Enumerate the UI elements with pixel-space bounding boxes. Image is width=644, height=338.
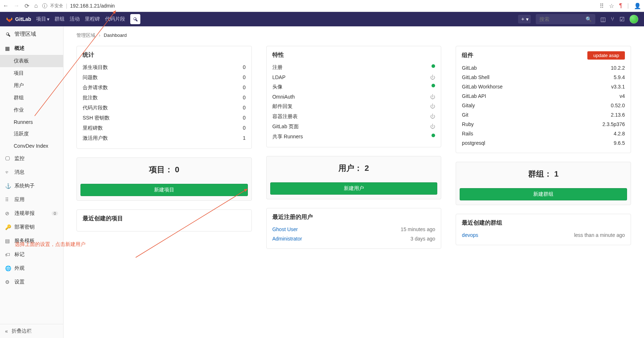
component-row: GitLab10.2.2 — [462, 63, 625, 73]
sidebar-header: 管理区域 — [0, 26, 63, 42]
nav-snippets[interactable]: 代码片段 — [105, 16, 125, 22]
sidebar-item-convdev[interactable]: ConvDev Index — [0, 140, 63, 152]
pilcrow-icon[interactable]: ¶ — [619, 3, 622, 9]
component-row: GitLab APIv4 — [462, 91, 625, 101]
url-text[interactable]: 192.168.1.21/admin — [70, 3, 115, 9]
admin-wrench-button[interactable] — [130, 14, 140, 24]
stats-row: 派生项目数0 — [83, 62, 246, 73]
status-off-icon: ⏻ — [430, 113, 435, 120]
status-on-icon — [431, 84, 435, 87]
stats-row: 激活用户数1 — [83, 133, 246, 143]
breadcrumb-root[interactable]: 管理区域 — [76, 32, 95, 38]
browser-bar: ← → ⟳ ⌂ i 不安全 | 192.168.1.21/admin ⠿ ☆ ¶… — [0, 0, 644, 12]
main-content: 管理区域 › Dashboard 统计 派生项目数0问题数0合并请求数0批注数0… — [63, 26, 644, 338]
nav-activity[interactable]: 活动 — [70, 16, 80, 22]
features-title: 特性 — [272, 51, 435, 59]
user-link[interactable]: Ghost User — [272, 226, 298, 232]
update-asap-badge[interactable]: update asap — [587, 51, 625, 60]
status-on-icon — [431, 64, 435, 68]
recent-projects-card: 最近创建的项目 — [76, 209, 252, 231]
breadcrumb: 管理区域 › Dashboard — [76, 32, 631, 39]
monitor-icon: 🖵 — [5, 156, 11, 161]
sidebar-overview[interactable]: ▦ 概述 — [0, 42, 63, 55]
sidebar-abuse[interactable]: ⊘违规举报0 — [0, 207, 63, 220]
annotation-text: 选择上面的设置，点击新建用户 — [15, 241, 86, 248]
sidebar-item-activity[interactable]: 活跃度 — [0, 128, 63, 140]
abuse-badge: 0 — [52, 211, 58, 216]
sidebar-appearance[interactable]: 🌐外观 — [0, 261, 63, 275]
merge-requests-icon[interactable]: ⑂ — [611, 16, 614, 22]
grid-icon: ▦ — [5, 46, 11, 51]
anchor-icon: ⚓ — [5, 183, 11, 189]
star-icon[interactable]: ☆ — [609, 3, 614, 9]
reload-icon[interactable]: ⟳ — [25, 3, 29, 9]
stats-row: 问题数0 — [83, 73, 246, 83]
stats-card: 统计 派生项目数0问题数0合并请求数0批注数0代码片段数0SSH 密钥数0里程碑… — [76, 46, 252, 149]
sidebar-applications[interactable]: ⠿应用 — [0, 193, 63, 207]
collapse-sidebar[interactable]: «折叠边栏 — [0, 324, 63, 338]
home-icon[interactable]: ⌂ — [34, 3, 38, 9]
sidebar-item-projects[interactable]: 项目 — [0, 67, 63, 79]
recent-projects-title: 最近创建的项目 — [83, 215, 246, 222]
search-box[interactable]: 🔍 — [536, 14, 595, 24]
feature-row: 共享 Runners — [272, 132, 435, 142]
status-off-icon: ⏻ — [430, 103, 435, 110]
gitlab-logo[interactable]: GitLab — [6, 16, 31, 23]
nav-groups[interactable]: 群组 — [54, 16, 65, 22]
new-group-button[interactable]: 新建群组 — [460, 188, 627, 200]
sidebar-item-jobs[interactable]: 作业 — [0, 104, 63, 116]
breadcrumb-current: Dashboard — [104, 32, 127, 38]
plus-icon: ＋ — [520, 16, 525, 22]
admin-sidebar: 管理区域 ▦ 概述 仪表板 项目 用户 群组 作业 Runners 活跃度 Co… — [0, 26, 63, 338]
features-card: 特性 注册LDAP⏻头像OmniAuth⏻邮件回复⏻容器注册表⏻GitLab 页… — [266, 46, 442, 147]
nav-milestones[interactable]: 里程碑 — [85, 16, 100, 22]
feature-row: 注册 — [272, 62, 435, 73]
tag-icon: 🏷 — [5, 252, 11, 257]
stats-row: 里程碑数0 — [83, 123, 246, 133]
search-input[interactable] — [539, 16, 583, 22]
feature-row: 头像 — [272, 82, 435, 92]
user-avatar[interactable] — [630, 15, 638, 23]
issues-icon[interactable]: ◫ — [600, 16, 606, 23]
new-dropdown[interactable]: ＋▾ — [518, 15, 531, 23]
sidebar-messages[interactable]: ᯤ消息 — [0, 165, 63, 179]
broadcast-icon: ᯤ — [5, 169, 11, 175]
user-link[interactable]: Administrator — [272, 236, 302, 242]
chevron-down-icon: ▾ — [47, 16, 49, 22]
sidebar-item-runners[interactable]: Runners — [0, 116, 63, 128]
search-icon: 🔍 — [586, 16, 592, 22]
feature-row: 容器注册表⏻ — [272, 112, 435, 122]
recent-groups-title: 最近创建的群组 — [462, 219, 625, 227]
info-icon[interactable]: i — [42, 3, 47, 8]
globe-icon: 🌐 — [5, 265, 11, 271]
back-icon[interactable]: ← — [3, 3, 9, 9]
new-project-button[interactable]: 新建项目 — [80, 184, 248, 196]
new-user-button[interactable]: 新建用户 — [270, 182, 438, 195]
forward-icon[interactable]: → — [14, 3, 19, 9]
component-row: Ruby2.3.5p376 — [462, 120, 625, 129]
stats-row: SSH 密钥数0 — [83, 113, 246, 123]
sidebar-item-groups[interactable]: 群组 — [0, 92, 63, 104]
components-title: 组件 — [462, 52, 473, 59]
sidebar-deploy-keys[interactable]: 🔑部署密钥 — [0, 220, 63, 234]
block-icon: ⊘ — [5, 211, 11, 216]
sidebar-settings[interactable]: ⚙设置 — [0, 275, 63, 289]
sidebar-item-dashboard[interactable]: 仪表板 — [0, 55, 63, 67]
todos-icon[interactable]: ☑ — [619, 16, 625, 23]
groups-summary: 群组： 1 新建群组 — [456, 162, 631, 205]
component-row: GitLab Shell5.9.4 — [462, 73, 625, 82]
insecure-label: 不安全 — [50, 3, 63, 9]
profile-icon[interactable]: 👤 — [634, 3, 641, 9]
stats-row: 合并请求数0 — [83, 83, 246, 93]
nav-projects[interactable]: 项目 ▾ — [36, 16, 49, 22]
sidebar-hooks[interactable]: ⚓系统钩子 — [0, 179, 63, 193]
gear-icon: ⚙ — [5, 279, 11, 285]
component-row: postgresql9.6.5 — [462, 138, 625, 148]
template-icon: ▤ — [5, 238, 11, 244]
sidebar-monitoring[interactable]: 🖵监控 — [0, 152, 63, 165]
sidebar-item-users[interactable]: 用户 — [0, 79, 63, 92]
group-link[interactable]: devops — [462, 232, 478, 238]
sidebar-labels[interactable]: 🏷标记 — [0, 248, 63, 261]
translate-icon[interactable]: ⠿ — [600, 3, 604, 9]
projects-summary: 项目： 0 新建项目 — [76, 157, 252, 201]
